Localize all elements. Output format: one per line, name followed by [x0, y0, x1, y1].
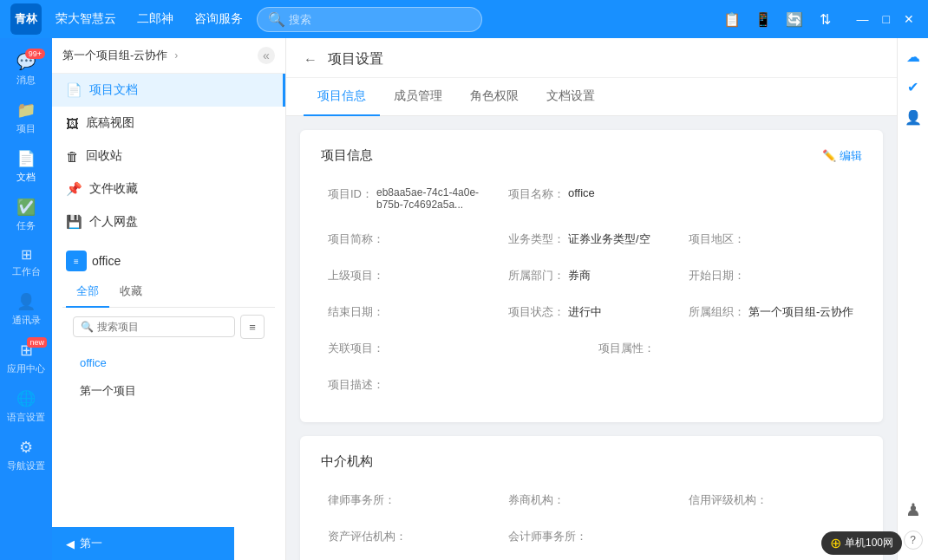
card-header: 项目信息 ✏️ 编辑 [321, 147, 862, 164]
project-search-row: 🔍 ≡ [62, 308, 275, 346]
info-cell-related: 关联项目： [321, 332, 591, 365]
sidebar-item-language[interactable]: 🌐 语言设置 [0, 382, 52, 431]
maximize-button[interactable]: □ [879, 12, 893, 26]
nav-consult[interactable]: 咨询服务 [194, 11, 243, 27]
nav-item-label: 项目文档 [89, 82, 138, 98]
info-cell-abbr: 项目简称： [321, 223, 501, 256]
note-icon[interactable]: 📋 [722, 11, 742, 28]
minimize-button[interactable]: — [853, 12, 872, 26]
content-tab-role[interactable]: 角色权限 [456, 78, 533, 116]
project-name: office [92, 254, 121, 268]
nav-item-draft-view[interactable]: 🖼 底稿视图 [52, 107, 285, 140]
search-icon-small: 🔍 [81, 321, 94, 333]
sidebar-item-navsettings[interactable]: ⚙ 导航设置 [0, 431, 52, 479]
back-button[interactable]: ← [304, 52, 317, 68]
info-cell-end-date: 结束日期： [321, 296, 501, 329]
cards-container: 项目信息 ✏️ 编辑 项目ID： eb8aa5ae-74c1-4a0e-b75b… [286, 116, 897, 560]
project-icon: 📁 [16, 101, 36, 120]
content-tab-member[interactable]: 成员管理 [380, 78, 456, 116]
breadcrumb: 第一个项目组-云协作 [62, 48, 167, 63]
tab-collect[interactable]: 收藏 [109, 277, 153, 308]
project-tabs-row: 全部 收藏 [62, 277, 275, 308]
watermark-area: ⊕ 单机100网 [821, 531, 902, 555]
right-sidebar: ☁ ✔ 👤 ♟ ? [897, 38, 928, 560]
refresh-icon[interactable]: 🔄 [784, 11, 805, 28]
project-search-input[interactable] [97, 321, 227, 333]
sidebar-item-task[interactable]: ✅ 任务 [0, 191, 52, 239]
info-cell-id: 项目ID： eb8aa5ae-74c1-4a0e-b75b-7c4692a5a.… [321, 178, 501, 219]
sync-icon[interactable]: ⇅ [815, 11, 836, 28]
sidebar-item-workbench[interactable]: ⊞ 工作台 [0, 239, 52, 285]
user-orange-icon[interactable]: 👤 [905, 109, 922, 126]
navsettings-icon: ⚙ [19, 438, 33, 457]
info-cell-dept: 所属部门： 券商 [501, 259, 682, 292]
nav-item-project-doc[interactable]: 📄 项目文档 [52, 74, 285, 107]
bottom-panel-button[interactable]: ◀ 第一 [52, 527, 234, 560]
collapse-button[interactable]: « [258, 47, 275, 64]
nav-item-file-collect[interactable]: 📌 文件收藏 [52, 173, 285, 205]
rs-bottom: ♟ ? [904, 499, 923, 560]
breadcrumb-arrow-icon: › [174, 49, 178, 62]
window-controls: — □ ✕ [853, 12, 918, 26]
bottom-btn-icon: ◀ [66, 537, 75, 550]
project-list-item-office[interactable]: office [73, 349, 265, 376]
info-cell-broker: 券商机构： [501, 484, 682, 517]
edit-icon: ✏️ [822, 149, 836, 162]
info-cell-accounting: 会计师事务所： [501, 520, 682, 553]
content-tab-info[interactable]: 项目信息 [304, 78, 380, 116]
project-section: ≡ office 全部 收藏 🔍 ≡ office 第一个项目 [52, 238, 285, 416]
nav-item-label: 回收站 [86, 148, 122, 164]
search-input[interactable] [289, 13, 471, 26]
info-cell-asset-eval: 资产评估机构： [321, 520, 501, 553]
sidebar-item-message[interactable]: 99+ 💬 消息 [0, 45, 52, 94]
sidebar-item-appcenter[interactable]: new ⊞ 应用中心 [0, 334, 52, 382]
intermediary-card-header: 中介机构 [321, 453, 862, 470]
page-header: ← 项目设置 [286, 38, 897, 78]
nav-item-label: 底稿视图 [86, 115, 134, 131]
watermark-text: 单机100网 [845, 536, 893, 550]
sidebar-item-label: 语言设置 [7, 411, 45, 424]
check-circle-icon[interactable]: ✔ [907, 79, 918, 95]
nav-erlang[interactable]: 二郎神 [137, 11, 173, 27]
info-cell-law: 律师事务所： [321, 484, 501, 517]
info-cell-name: 项目名称： office [501, 178, 682, 219]
nav-item-trash[interactable]: 🗑 回收站 [52, 140, 285, 173]
project-list-item-first[interactable]: 第一个项目 [73, 376, 265, 406]
mobile-icon[interactable]: 📱 [753, 11, 774, 28]
main-layout: 99+ 💬 消息 📁 项目 📄 文档 ✅ 任务 ⊞ 工作台 👤 通讯录 new … [0, 38, 928, 560]
help-button[interactable]: ? [904, 531, 923, 550]
message-badge: 99+ [25, 49, 45, 59]
file-collect-icon: 📌 [66, 181, 82, 197]
info-cell-credit: 信用评级机构： [682, 484, 862, 517]
search-icon: 🔍 [268, 11, 285, 28]
trash-icon: 🗑 [66, 149, 79, 164]
content-tab-doc[interactable]: 文档设置 [533, 78, 609, 116]
nav-item-personal-disk[interactable]: 💾 个人网盘 [52, 205, 285, 238]
sidebar-item-doc[interactable]: 📄 文档 [0, 142, 52, 191]
new-badge: new [27, 337, 47, 348]
topbar-search-bar[interactable]: 🔍 [257, 7, 482, 32]
topbar-icon-group: 📋 📱 🔄 ⇅ — □ ✕ [722, 11, 918, 28]
intermediary-card-title: 中介机构 [321, 453, 373, 470]
project-header: ≡ office [62, 245, 275, 277]
draft-view-icon: 🖼 [66, 116, 79, 131]
intermediary-card: 中介机构 律师事务所： 券商机构： 信用评级机构： [300, 436, 883, 560]
left-panel: 第一个项目组-云协作 › « 📄 项目文档 🖼 底稿视图 🗑 回收站 📌 文件收… [52, 38, 286, 560]
edit-button[interactable]: ✏️ 编辑 [822, 148, 862, 164]
project-search-wrap[interactable]: 🔍 [73, 316, 235, 337]
sidebar-item-label: 通讯录 [12, 314, 41, 327]
page-title: 项目设置 [328, 50, 383, 68]
sidebar-item-contact[interactable]: 👤 通讯录 [0, 285, 52, 334]
sidebar-item-project[interactable]: 📁 项目 [0, 94, 52, 142]
left-panel-header: 第一个项目组-云协作 › « [52, 38, 285, 74]
info-cell-attr: 项目属性： [591, 332, 862, 365]
info-cell-status: 项目状态： 进行中 [501, 296, 682, 329]
cloud-icon[interactable]: ☁ [906, 49, 920, 65]
app-logo[interactable]: 青林 [10, 3, 42, 35]
tab-all[interactable]: 全部 [66, 277, 109, 308]
close-button[interactable]: ✕ [900, 12, 918, 26]
filter-button[interactable]: ≡ [240, 315, 265, 339]
chess-icon[interactable]: ♟ [905, 499, 921, 520]
nav-item-label: 个人网盘 [89, 214, 138, 230]
project-info-card: 项目信息 ✏️ 编辑 项目ID： eb8aa5ae-74c1-4a0e-b75b… [300, 130, 883, 422]
